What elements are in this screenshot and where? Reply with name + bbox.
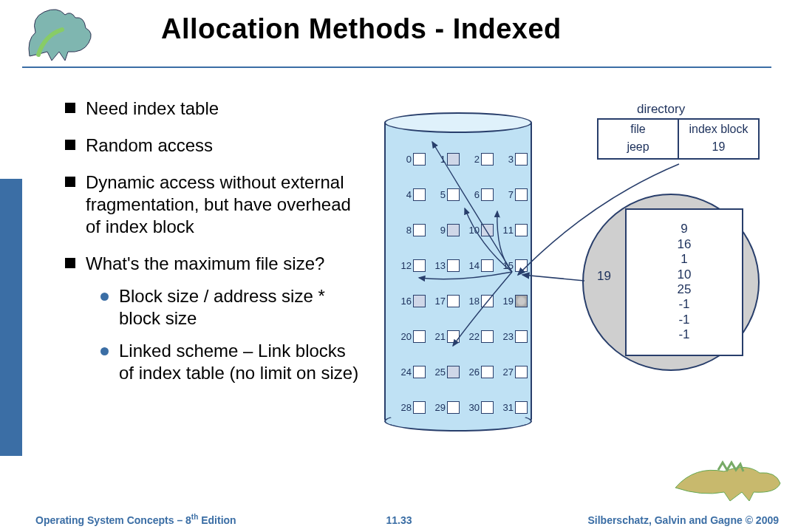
disk-block: 3 bbox=[495, 142, 528, 176]
dinosaur-bottom-icon bbox=[672, 458, 783, 502]
disk-block: 26 bbox=[461, 355, 494, 389]
disk-block: 4 bbox=[393, 177, 426, 211]
square-bullet-icon bbox=[65, 103, 75, 113]
disk-block: 17 bbox=[427, 284, 460, 318]
disk-block: 25 bbox=[427, 355, 460, 389]
disk-block: 9 bbox=[427, 213, 460, 247]
disk-block: 27 bbox=[495, 355, 528, 389]
dir-value: 19 bbox=[679, 139, 758, 158]
disk-block: 6 bbox=[461, 177, 494, 211]
index-entry: -1 bbox=[678, 313, 689, 327]
diagram-figure: 0123456789101112131415161718192021222324… bbox=[368, 98, 783, 452]
square-bullet-icon bbox=[65, 140, 75, 150]
index-entry: -1 bbox=[678, 327, 689, 342]
disk-block: 18 bbox=[461, 284, 494, 318]
square-bullet-icon bbox=[65, 258, 75, 268]
index-entry: 16 bbox=[678, 237, 692, 252]
index-entry: 25 bbox=[678, 282, 692, 297]
bullet-list: Need index table Random access Dynamic a… bbox=[65, 98, 361, 452]
dir-value: jeep bbox=[598, 139, 679, 158]
bullet-item: Random access bbox=[65, 134, 361, 157]
bullet-item: What's the maximum file size? Block size… bbox=[65, 253, 361, 384]
content-area: Need index table Random access Dynamic a… bbox=[0, 68, 798, 452]
dinosaur-top-icon bbox=[22, 3, 103, 62]
disk-block: 31 bbox=[495, 390, 528, 424]
footer-page-number: 11.33 bbox=[386, 514, 412, 526]
page-title: Allocation Methods - Indexed bbox=[161, 13, 562, 45]
dir-header: file bbox=[598, 120, 679, 139]
disk-block: 30 bbox=[461, 390, 494, 424]
disk-block: 29 bbox=[427, 390, 460, 424]
directory-label: directory bbox=[637, 102, 685, 117]
disk-block: 14 bbox=[461, 248, 494, 282]
disk-block: 7 bbox=[495, 177, 528, 211]
footer-right: Silberschatz, Galvin and Gagne © 2009 bbox=[587, 514, 779, 526]
disk-block: 1 bbox=[427, 142, 460, 176]
round-bullet-icon bbox=[100, 347, 109, 355]
slide-footer: Operating System Concepts – 8th Edition … bbox=[0, 513, 798, 526]
disk-block: 21 bbox=[427, 319, 460, 353]
disk-block: 0 bbox=[393, 142, 426, 176]
directory-table: file index block jeep 19 bbox=[597, 118, 760, 160]
disk-block: 5 bbox=[427, 177, 460, 211]
round-bullet-icon bbox=[100, 293, 109, 301]
slide-header: Allocation Methods - Indexed bbox=[22, 0, 771, 68]
index-entry: 1 bbox=[681, 252, 687, 267]
disk-block: 24 bbox=[393, 355, 426, 389]
square-bullet-icon bbox=[65, 177, 75, 187]
disk-block: 8 bbox=[393, 213, 426, 247]
index-block-number: 19 bbox=[597, 269, 611, 284]
bullet-item: Need index table bbox=[65, 98, 361, 120]
sub-bullet-item: Linked scheme – Link blocks of index tab… bbox=[100, 340, 361, 384]
disk-block: 16 bbox=[393, 284, 426, 318]
index-entry: 9 bbox=[681, 222, 687, 236]
disk-block: 10 bbox=[461, 213, 494, 247]
index-table: 91611025-1-1-1 bbox=[625, 208, 743, 356]
disk-block: 23 bbox=[495, 319, 528, 353]
disk-block: 12 bbox=[393, 248, 426, 282]
sidebar-stripe bbox=[0, 179, 22, 456]
disk-block: 15 bbox=[495, 248, 528, 282]
disk-cylinder: 0123456789101112131415161718192021222324… bbox=[384, 112, 532, 430]
index-entry: 10 bbox=[678, 267, 692, 282]
footer-left: Operating System Concepts – 8th Edition bbox=[35, 513, 236, 526]
disk-block: 2 bbox=[461, 142, 494, 176]
disk-block: 20 bbox=[393, 319, 426, 353]
dir-header: index block bbox=[679, 120, 758, 139]
disk-block: 19 bbox=[495, 284, 528, 318]
index-entry: -1 bbox=[678, 297, 689, 312]
disk-block: 13 bbox=[427, 248, 460, 282]
disk-block: 28 bbox=[393, 390, 426, 424]
sub-bullet-item: Block size / address size * block size bbox=[100, 285, 361, 330]
bullet-item: Dynamic access without external fragment… bbox=[65, 171, 361, 238]
disk-block: 11 bbox=[495, 213, 528, 247]
disk-block: 22 bbox=[461, 319, 494, 353]
